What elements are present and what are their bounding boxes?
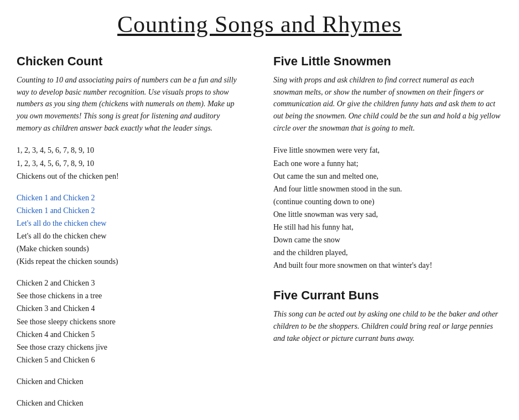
currant-buns-description: This song can be acted out by asking one… — [273, 308, 502, 344]
lyric-line: Chicken 2 and Chicken 3 — [17, 277, 246, 289]
lyric-line: (Make chicken sounds) — [17, 242, 246, 255]
lyric-line: He still had his funny hat, — [273, 221, 502, 234]
snowmen-title: Five Little Snowmen — [273, 54, 502, 69]
chicken-count-description: Counting to 10 and associating pairs of … — [17, 74, 246, 134]
lyric-line: Down came the snow — [273, 234, 502, 246]
lyric-line-blue: Chicken 1 and Chicken 2 — [17, 191, 246, 204]
lyric-line: Five little snowmen were very fat, — [273, 144, 502, 157]
lyric-line: Each one wore a funny hat; — [273, 157, 502, 170]
lyric-line: (continue counting down to one) — [273, 195, 502, 208]
lyric-line: Chicken 4 and Chicken 5 — [17, 328, 246, 341]
chicken-count-lyrics: 1, 2, 3, 4, 5, 6, 7, 8, 9, 10 1, 2, 3, 4… — [17, 144, 246, 420]
chicken-count-title: Chicken Count — [17, 54, 246, 69]
lyric-line: Chicken and Chicken — [17, 397, 246, 409]
lyric-line: See those crazy chickens jive — [17, 341, 246, 354]
page-title: Counting Songs and Rhymes — [17, 11, 502, 38]
lyric-line: See those chickens in a tree — [17, 289, 246, 302]
left-column: Chicken Count Counting to 10 and associa… — [17, 54, 251, 420]
lyrics-block-3: Chicken 2 and Chicken 3 See those chicke… — [17, 277, 246, 366]
lyrics-block-2: Chicken 1 and Chicken 2 Chicken 1 and Ch… — [17, 191, 246, 268]
lyric-line: 1, 2, 3, 4, 5, 6, 7, 8, 9, 10 — [17, 157, 246, 170]
lyrics-block-1: 1, 2, 3, 4, 5, 6, 7, 8, 9, 10 1, 2, 3, 4… — [17, 144, 246, 182]
lyric-line: And built four more snowmen on that wint… — [273, 259, 502, 272]
lyric-line: (Kids repeat the chicken sounds) — [17, 255, 246, 268]
lyric-line: Let's all do the chicken chew — [17, 230, 246, 242]
currant-buns-title: Five Currant Buns — [273, 288, 502, 303]
lyric-line: Let's all do the chicken chew — [17, 217, 246, 230]
lyric-line: Chickens out of the chicken pen! — [17, 170, 246, 183]
currant-buns-section: Five Currant Buns This song can be acted… — [273, 288, 502, 344]
content-grid: Chicken Count Counting to 10 and associa… — [17, 54, 502, 420]
snowmen-description: Sing with props and ask children to find… — [273, 74, 502, 134]
lyric-line: Out came the sun and melted one, — [273, 170, 502, 183]
lyric-line-blue: Chicken 1 and Chicken 2 — [17, 204, 246, 217]
lyric-line: and the children played, — [273, 246, 502, 259]
lyric-line: 1, 2, 3, 4, 5, 6, 7, 8, 9, 10 — [17, 144, 246, 157]
lyric-line: And four little snowmen stood in the sun… — [273, 183, 502, 195]
right-column: Five Little Snowmen Sing with props and … — [268, 54, 502, 354]
lyrics-block-5: Chicken and Chicken — [17, 397, 246, 409]
lyrics-block-4: Chicken and Chicken — [17, 375, 246, 388]
lyric-line: See those sleepy chickens snore — [17, 315, 246, 328]
lyric-line: Chicken 5 and Chicken 6 — [17, 354, 246, 366]
snowmen-lyrics: Five little snowmen were very fat, Each … — [273, 144, 502, 272]
lyric-line: One little snowman was very sad, — [273, 208, 502, 221]
lyric-line: Chicken 3 and Chicken 4 — [17, 302, 246, 315]
lyric-line: Chicken and Chicken — [17, 375, 246, 388]
